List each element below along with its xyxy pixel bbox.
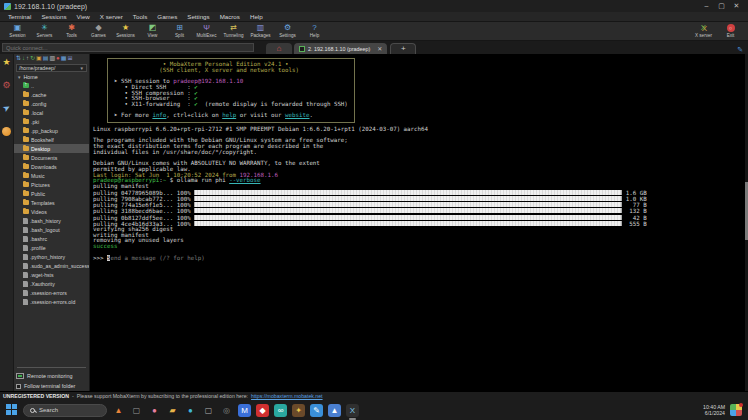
tree-item--xsession-errors-old[interactable]: .xsession-errors.old (14, 297, 89, 306)
collapse-triangle-icon[interactable]: ▼ (17, 75, 21, 80)
toolbar-button-tunneling[interactable]: ⇄Tunneling (220, 22, 247, 40)
tree-item-videos[interactable]: Videos (14, 207, 89, 216)
menu-item-games[interactable]: Games (152, 12, 182, 22)
window-app-icon[interactable]: ▢ (130, 404, 143, 417)
toolbar-button-tools[interactable]: ✱Tools (58, 22, 85, 40)
session-tab[interactable]: 2. 192.168.1.10 (pradeep) ✕ (294, 43, 387, 54)
mobaxterm-m-icon[interactable]: M (238, 404, 251, 417)
tools-icon[interactable]: ⚙ (2, 81, 10, 90)
chevron-down-icon[interactable]: ▼ (80, 66, 84, 71)
minimize-button[interactable]: – (699, 0, 714, 12)
status-link[interactable]: https://mobaxterm.mobatek.net (251, 393, 323, 399)
new-file-icon[interactable]: ▤ (43, 55, 49, 62)
toolbar-button-split[interactable]: ⊞Split (166, 22, 193, 40)
toolbar-button-session[interactable]: ▣Session (4, 22, 31, 40)
terminal-link[interactable]: website (285, 112, 309, 118)
menu-item-settings[interactable]: Settings (182, 12, 214, 22)
terminal-link[interactable]: --verbose (229, 177, 260, 183)
refresh-icon[interactable]: ↻ (30, 55, 35, 62)
tree-item--bashrc[interactable]: .bashrc (14, 234, 89, 243)
torch-icon[interactable]: ▲ (112, 404, 125, 417)
menu-item-macros[interactable]: Macros (215, 12, 245, 22)
remote-monitoring-button[interactable]: Remote monitoring (14, 371, 89, 381)
tree-item-pictures[interactable]: Pictures (14, 180, 89, 189)
tree-root-row[interactable]: ▼ Home (14, 73, 89, 81)
toolbar-button-servers[interactable]: ✳Servers (31, 22, 58, 40)
pink-app-icon[interactable]: ● (148, 404, 161, 417)
download-icon[interactable]: ↓ (22, 55, 25, 62)
terminal-link[interactable]: info (152, 112, 166, 118)
tree-item--python-history[interactable]: .python_history (14, 252, 89, 261)
castle-app-icon[interactable]: ✦ (292, 404, 305, 417)
new-folder-icon[interactable]: ▣ (36, 55, 42, 62)
tree-item-public[interactable]: Public (14, 189, 89, 198)
toolbar-button-view[interactable]: ◩View (139, 22, 166, 40)
follow-terminal-folder-row[interactable]: Follow terminal folder (14, 381, 89, 391)
toolbar-button-sessions[interactable]: ★Sessions (112, 22, 139, 40)
edit-pencil-icon[interactable]: ✎ (737, 46, 743, 54)
toolbar-button-exit[interactable]: ○Exit (717, 22, 744, 40)
tree-item--xauthority[interactable]: .Xauthority (14, 279, 89, 288)
sessions-star-icon[interactable]: ★ (2, 58, 10, 67)
macros-plane-icon[interactable]: ➤ (1, 103, 12, 115)
file-explorer-icon[interactable]: ▰ (166, 404, 179, 417)
tree-item--sudo-as-admin-successful[interactable]: .sudo_as_admin_successful (14, 261, 89, 270)
menu-item-help[interactable]: Help (245, 12, 268, 22)
edge-browser-icon[interactable]: ● (184, 404, 197, 417)
follow-folder-checkbox[interactable] (16, 384, 21, 389)
desktop-sync-icon[interactable]: ⇅ (16, 55, 21, 62)
tree-item--pki[interactable]: .pki (14, 117, 89, 126)
tree-item--bash-logout[interactable]: .bash_logout (14, 225, 89, 234)
tree-item-bookshelf[interactable]: Bookshelf (14, 135, 89, 144)
start-button[interactable] (6, 404, 18, 416)
photos-app-icon[interactable]: ▲ (328, 404, 341, 417)
tab-close-icon[interactable]: ✕ (377, 45, 382, 52)
menu-item-tools[interactable]: Tools (128, 12, 152, 22)
home-tab[interactable]: ⌂ (266, 43, 292, 54)
mcafee-shield-icon[interactable]: ◆ (256, 404, 269, 417)
tree-item--local[interactable]: .local (14, 108, 89, 117)
settings-icon[interactable]: ▦ (61, 55, 67, 62)
tree-item--wget-hsts[interactable]: .wget-hsts (14, 270, 89, 279)
tree-item--profile[interactable]: .profile (14, 243, 89, 252)
path-field[interactable]: /home/pradeep/ ▼ (16, 64, 87, 72)
menu-item-sessions[interactable]: Sessions (36, 12, 71, 22)
pen-app-icon[interactable]: ✎ (310, 404, 323, 417)
copy-icon[interactable]: ▥ (49, 55, 55, 62)
mobatek-ball-icon[interactable] (2, 127, 11, 136)
taskbar-clock[interactable]: 10:40 AM 6/1/2024 (703, 404, 725, 416)
split-view-icon[interactable]: ⊞ (67, 55, 72, 62)
toolbar-button-x-server[interactable]: XX server (690, 22, 717, 40)
tree-item-downloads[interactable]: Downloads (14, 162, 89, 171)
tree-item--cache[interactable]: .cache (14, 90, 89, 99)
tree-item-templates[interactable]: Templates (14, 198, 89, 207)
menu-item-terminal[interactable]: Terminal (3, 12, 36, 22)
gray-app-icon[interactable]: ▢ (202, 404, 215, 417)
toolbar-button-multiexec[interactable]: ΨMultiExec (193, 22, 220, 40)
stop-icon[interactable]: ● (56, 55, 60, 62)
dark-circle-app-icon[interactable]: ◎ (220, 404, 233, 417)
toolbar-button-help[interactable]: ?Help (301, 22, 328, 40)
new-tab-button[interactable]: + (390, 43, 416, 54)
tree-item-music[interactable]: Music (14, 171, 89, 180)
quick-connect-input[interactable] (2, 43, 254, 52)
tree-item--[interactable]: .. (14, 81, 89, 90)
tree-item-documents[interactable]: Documents (14, 153, 89, 162)
widgets-icon[interactable] (730, 404, 742, 416)
upload-icon[interactable]: ↑ (26, 55, 29, 62)
toolbar-button-games[interactable]: ◆Games (85, 22, 112, 40)
toolbar-button-packages[interactable]: ▥Packages (247, 22, 274, 40)
menu-item-view[interactable]: View (72, 12, 95, 22)
mobaxterm-taskbar-icon[interactable]: X (346, 404, 359, 417)
tree-item--config[interactable]: .config (14, 99, 89, 108)
close-button[interactable]: ✕ (729, 0, 744, 12)
taskbar-search[interactable]: Search (23, 404, 107, 417)
tree-item-desktop[interactable]: Desktop (14, 144, 89, 153)
terminal[interactable]: • MobaXterm Personal Edition v24.1 • (SS… (90, 54, 748, 391)
terminal-link[interactable]: help (222, 112, 236, 118)
teal-app-icon[interactable]: ∞ (274, 404, 287, 417)
menu-item-x-server[interactable]: X server (95, 12, 128, 22)
tree-item--bash-history[interactable]: .bash_history (14, 216, 89, 225)
tree-item--xsession-errors[interactable]: .xsession-errors (14, 288, 89, 297)
tree-item--pp-backup[interactable]: .pp_backup (14, 126, 89, 135)
